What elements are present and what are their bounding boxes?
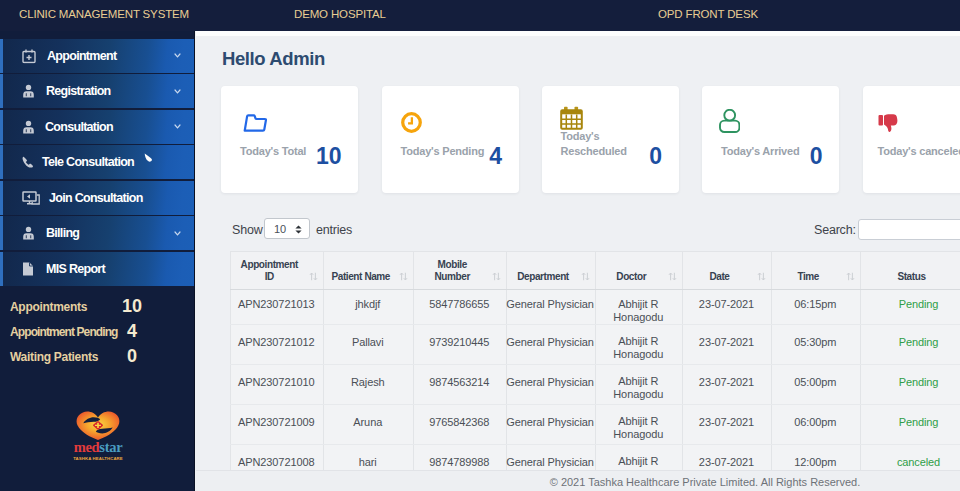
svg-text:TASHKA HEALTHCARE: TASHKA HEALTHCARE xyxy=(73,456,123,461)
svg-text:medstar: medstar xyxy=(74,439,124,455)
